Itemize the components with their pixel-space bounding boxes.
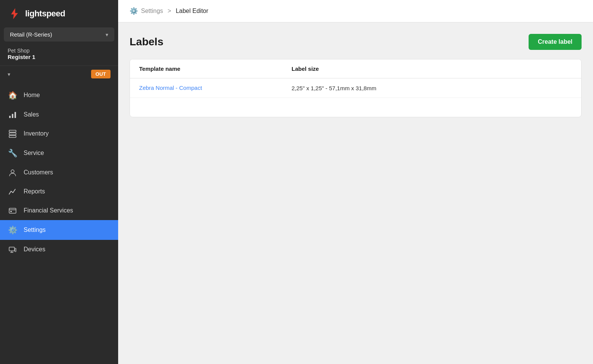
svg-rect-5 [9,136,16,137]
sidebar-item-service[interactable]: 🔧 Service [0,143,118,163]
sidebar-item-label-inventory: Inventory [24,130,49,137]
page-title: Labels [130,36,163,48]
dropdown-arrow-icon[interactable]: ▾ [8,71,10,77]
sidebar-item-inventory[interactable]: Inventory [0,124,118,143]
service-icon: 🔧 [8,148,18,158]
topbar: ⚙️ Settings > Label Editor [118,0,593,22]
sidebar-item-label-home: Home [24,92,40,99]
svg-rect-2 [14,112,16,118]
svg-rect-3 [9,130,16,132]
sidebar-item-label-service: Service [24,150,44,156]
sidebar-item-settings[interactable]: ⚙️ Settings [0,220,118,240]
sidebar-item-reports[interactable]: Reports [0,182,118,201]
reports-icon [8,187,18,196]
sidebar-item-home[interactable]: 🏠 Home [0,85,118,105]
page-header: Labels Create label [130,34,582,50]
sidebar-item-devices[interactable]: Devices [0,240,118,259]
inventory-icon [8,129,18,138]
sidebar: lightspeed Retail (R-Series) ▾ Pet Shop … [0,0,118,364]
table-row: Zebra Normal - Compact 2,25" x 1,25" - 5… [130,78,581,98]
svg-point-6 [11,170,14,173]
chevron-down-icon: ▾ [106,32,108,38]
sidebar-item-financial-services[interactable]: Financial Services [0,201,118,220]
sidebar-nav: 🏠 Home Sales Inventory [0,82,118,364]
svg-rect-0 [9,116,11,118]
customers-icon [8,168,18,177]
store-selector-label: Retail (R-Series) [10,31,52,38]
sidebar-item-label-settings: Settings [24,227,46,233]
out-badge: OUT [91,70,111,78]
sidebar-item-sales[interactable]: Sales [0,105,118,124]
settings-icon: ⚙️ [8,225,18,235]
breadcrumb-settings[interactable]: Settings [141,8,163,14]
shop-name: Pet Shop [8,48,111,54]
col-header-label-size: Label size [292,65,572,72]
devices-icon [8,245,18,254]
app-name: lightspeed [25,9,65,19]
labels-table: Template name Label size Zebra Normal - … [130,59,582,117]
svg-rect-7 [9,208,16,213]
sidebar-logo: lightspeed [0,0,118,27]
status-row: ▾ OUT [0,66,118,82]
content-area: Labels Create label Template name Label … [118,22,593,364]
financial-services-icon [8,206,18,215]
svg-rect-9 [10,211,12,212]
breadcrumb-current: Label Editor [176,8,208,14]
sidebar-item-label-devices: Devices [24,246,45,253]
svg-rect-4 [9,133,16,135]
sales-icon [8,110,18,119]
register-name: Register 1 [8,54,111,60]
template-name-link[interactable]: Zebra Normal - Compact [139,85,202,91]
store-selector[interactable]: Retail (R-Series) ▾ [4,27,114,42]
topbar-gear-icon: ⚙️ [130,7,138,15]
home-icon: 🏠 [8,91,18,100]
sidebar-item-label-financial-services: Financial Services [24,207,73,214]
main-content: ⚙️ Settings > Label Editor Labels Create… [118,0,593,364]
cell-label-size: 2,25" x 1,25" - 57,1mm x 31,8mm [292,85,572,91]
svg-rect-10 [9,247,14,251]
sidebar-item-customers[interactable]: Customers [0,163,118,182]
table-empty-row [130,98,581,117]
svg-rect-1 [12,114,13,118]
sidebar-item-label-reports: Reports [24,188,45,195]
register-info: Pet Shop Register 1 [0,43,118,66]
svg-rect-13 [15,248,16,252]
cell-template-name: Zebra Normal - Compact [139,85,292,91]
col-header-template-name: Template name [139,65,292,72]
sidebar-item-label-customers: Customers [24,169,53,176]
sidebar-item-label-sales: Sales [24,111,39,118]
lightspeed-logo-icon [8,7,21,21]
breadcrumb-separator: > [168,8,171,14]
create-label-button[interactable]: Create label [529,34,582,50]
table-header: Template name Label size [130,59,581,78]
